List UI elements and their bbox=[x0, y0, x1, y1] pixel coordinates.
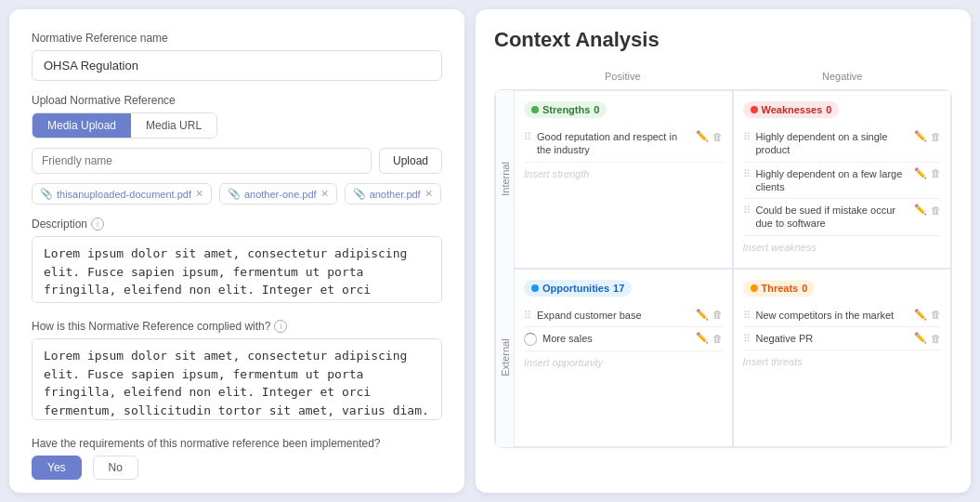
delete-icon[interactable]: 🗑 bbox=[712, 309, 723, 320]
strengths-placeholder[interactable]: Insert strength bbox=[524, 163, 723, 185]
right-panel: Context Analysis Positive Negative Inter… bbox=[476, 9, 971, 493]
file-chip: 📎thisanuploaded-document.pdf✕ bbox=[32, 183, 212, 205]
delete-icon[interactable]: 🗑 bbox=[931, 131, 941, 142]
edit-icon[interactable]: ✏️ bbox=[914, 167, 927, 179]
opportunities-badge: Opportunities 17 bbox=[524, 280, 632, 297]
compliance-label: How is this Normative Reference complied… bbox=[32, 320, 442, 333]
opportunities-dot bbox=[531, 284, 539, 292]
opportunities-quadrant: Opportunities 17 ⠿ Expand customer base … bbox=[514, 269, 733, 447]
drag-icon: ⠿ bbox=[743, 168, 751, 180]
item-actions: ✏️ 🗑 bbox=[914, 204, 941, 216]
delete-icon[interactable]: 🗑 bbox=[931, 333, 941, 344]
threats-badge: Threats 0 bbox=[743, 280, 816, 297]
strengths-quadrant: Strengths 0 ⠿ Good reputation and respec… bbox=[514, 90, 733, 269]
yes-button[interactable]: Yes bbox=[32, 456, 82, 480]
upload-label: Upload Normative Reference bbox=[32, 94, 442, 107]
item-actions: ✏️ 🗑 bbox=[914, 167, 941, 179]
negative-header: Negative bbox=[733, 67, 953, 89]
compliance-info-icon[interactable]: i bbox=[274, 320, 287, 333]
drag-icon: ⠿ bbox=[524, 310, 531, 322]
description-textarea[interactable] bbox=[32, 236, 442, 303]
threats-placeholder[interactable]: Insert threats bbox=[743, 350, 942, 373]
drag-icon: ⠿ bbox=[524, 131, 531, 143]
delete-icon[interactable]: 🗑 bbox=[931, 167, 941, 178]
edit-icon[interactable]: ✏️ bbox=[914, 332, 927, 344]
compliance-textarea[interactable] bbox=[32, 338, 442, 420]
ref-name-input[interactable] bbox=[32, 50, 442, 81]
swot-grid: Internal Strengths 0 ⠿ Good reputation a… bbox=[494, 89, 952, 448]
edit-icon[interactable]: ✏️ bbox=[914, 130, 927, 142]
file-name: another-one.pdf bbox=[244, 189, 317, 200]
url-row: Upload bbox=[32, 148, 442, 174]
strengths-item-1: ⠿ Good reputation and respect in the ind… bbox=[524, 126, 723, 163]
item-actions: ✏️ 🗑 bbox=[696, 332, 723, 344]
edit-icon[interactable]: ✏️ bbox=[914, 309, 927, 321]
threats-item-2: ⠿ Negative PR ✏️ 🗑 bbox=[743, 327, 942, 350]
weaknesses-badge: Weaknesses 0 bbox=[743, 101, 840, 118]
yes-no-group: Yes No bbox=[32, 456, 442, 480]
drag-icon: ⠿ bbox=[743, 131, 751, 143]
threats-dot bbox=[751, 284, 758, 292]
weaknesses-item-1: ⠿ Highly dependent on a single product ✏… bbox=[743, 126, 942, 163]
page-title: Context Analysis bbox=[494, 28, 952, 52]
upload-button[interactable]: Upload bbox=[379, 148, 442, 174]
file-delete-icon[interactable]: ✕ bbox=[195, 188, 203, 200]
weaknesses-quadrant: Weaknesses 0 ⠿ Highly dependent on a sin… bbox=[733, 90, 952, 269]
file-chip: 📎another.pdf✕ bbox=[345, 183, 441, 205]
requirements-label: Have the requirements of this normative … bbox=[32, 437, 442, 450]
drag-icon: ⠿ bbox=[743, 205, 751, 217]
delete-icon[interactable]: 🗑 bbox=[931, 309, 941, 320]
upload-tab-row: Media Upload Media URL bbox=[32, 112, 217, 139]
drag-icon: ⠿ bbox=[743, 310, 751, 322]
opportunities-item-2: More sales ✏️ 🗑 bbox=[524, 327, 723, 351]
threats-item-1: ⠿ New competitors in the market ✏️ 🗑 bbox=[743, 304, 942, 327]
loading-icon bbox=[524, 333, 537, 346]
file-delete-icon[interactable]: ✕ bbox=[425, 188, 433, 200]
paperclip-icon: 📎 bbox=[40, 188, 53, 200]
description-info-icon[interactable]: i bbox=[91, 218, 104, 231]
internal-label: Internal bbox=[495, 90, 514, 269]
file-name: another.pdf bbox=[370, 189, 421, 200]
file-chip: 📎another-one.pdf✕ bbox=[219, 183, 337, 205]
edit-icon[interactable]: ✏️ bbox=[696, 130, 709, 142]
drag-icon: ⠿ bbox=[743, 333, 751, 345]
file-delete-icon[interactable]: ✕ bbox=[320, 188, 329, 200]
ref-name-label: Normative Reference name bbox=[32, 32, 442, 45]
weaknesses-item-3: ⠿ Could be sued if mistake occur due to … bbox=[743, 199, 942, 236]
media-upload-tab[interactable]: Media Upload bbox=[33, 113, 131, 138]
delete-icon[interactable]: 🗑 bbox=[712, 131, 723, 142]
threats-quadrant: Threats 0 ⠿ New competitors in the marke… bbox=[733, 269, 952, 447]
weaknesses-dot bbox=[751, 106, 758, 113]
strengths-dot bbox=[531, 106, 539, 113]
edit-icon[interactable]: ✏️ bbox=[696, 309, 709, 321]
edit-icon[interactable]: ✏️ bbox=[696, 332, 709, 344]
upload-section: Upload Normative Reference Media Upload … bbox=[32, 94, 442, 205]
friendly-name-input[interactable] bbox=[32, 148, 372, 174]
item-actions: ✏️ 🗑 bbox=[914, 309, 941, 321]
opportunities-item-1: ⠿ Expand customer base ✏️ 🗑 bbox=[524, 304, 723, 327]
delete-icon[interactable]: 🗑 bbox=[712, 333, 723, 344]
item-actions: ✏️ 🗑 bbox=[914, 332, 941, 344]
no-button[interactable]: No bbox=[93, 456, 138, 480]
description-label: Description i bbox=[32, 218, 442, 231]
media-url-tab[interactable]: Media URL bbox=[131, 113, 216, 138]
opportunities-placeholder[interactable]: Insert opportunity bbox=[524, 351, 723, 374]
item-actions: ✏️ 🗑 bbox=[914, 130, 941, 142]
positive-header: Positive bbox=[513, 67, 733, 89]
file-list: 📎thisanuploaded-document.pdf✕📎another-on… bbox=[32, 183, 442, 205]
paperclip-icon: 📎 bbox=[353, 188, 366, 200]
delete-icon[interactable]: 🗑 bbox=[931, 205, 941, 216]
weaknesses-placeholder[interactable]: Insert weakness bbox=[743, 236, 942, 258]
item-actions: ✏️ 🗑 bbox=[696, 130, 723, 142]
external-label: External bbox=[495, 269, 514, 447]
strengths-badge: Strengths 0 bbox=[524, 101, 607, 118]
edit-icon[interactable]: ✏️ bbox=[914, 204, 927, 216]
weaknesses-item-2: ⠿ Highly dependent on a few large client… bbox=[743, 163, 942, 200]
left-panel: Normative Reference name Upload Normativ… bbox=[9, 9, 464, 493]
item-actions: ✏️ 🗑 bbox=[696, 309, 723, 321]
paperclip-icon: 📎 bbox=[228, 188, 241, 200]
file-name: thisanuploaded-document.pdf bbox=[57, 189, 191, 200]
